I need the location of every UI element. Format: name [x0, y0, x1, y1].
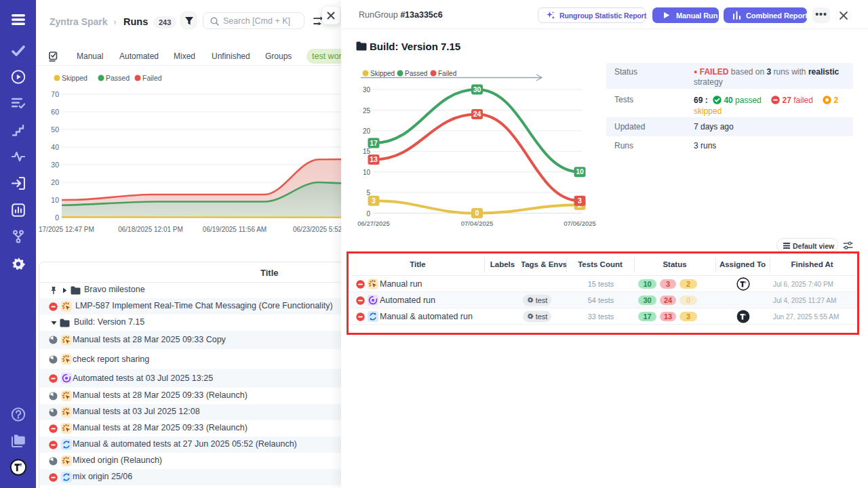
svg-text:Skipped: Skipped	[370, 70, 395, 77]
svg-text:30: 30	[363, 86, 371, 94]
svg-text:13: 13	[370, 155, 378, 163]
svg-text:06/27/2025: 06/27/2025	[357, 220, 390, 227]
svg-text:06/19/2025 11:56 AM: 06/19/2025 11:56 AM	[203, 226, 267, 233]
svg-text:Skipped: Skipped	[62, 74, 87, 82]
svg-text:10: 10	[363, 169, 371, 176]
svg-text:30: 30	[473, 85, 481, 94]
svg-text:24: 24	[473, 110, 481, 118]
svg-text:17/2025 12:47 PM: 17/2025 12:47 PM	[39, 226, 94, 233]
svg-text:15: 15	[363, 148, 371, 155]
svg-text:10: 10	[576, 167, 584, 176]
svg-text:Failed: Failed	[142, 74, 162, 82]
svg-text:3: 3	[578, 197, 582, 205]
svg-text:25: 25	[363, 107, 371, 115]
svg-text:06/18/2025 12:01 PM: 06/18/2025 12:01 PM	[118, 226, 183, 233]
svg-text:06/23/2025 5:52 PM: 06/23/2025 5:52 PM	[293, 226, 341, 233]
svg-text:70: 70	[51, 90, 59, 98]
svg-text:3: 3	[372, 197, 376, 205]
svg-text:10: 10	[51, 196, 59, 204]
svg-text:17: 17	[370, 139, 378, 147]
svg-text:5: 5	[366, 189, 370, 197]
svg-text:20: 20	[51, 178, 59, 186]
svg-text:60: 60	[51, 108, 59, 116]
svg-text:07/06/2025: 07/06/2025	[564, 220, 596, 227]
svg-text:Passed: Passed	[106, 74, 130, 82]
svg-text:30: 30	[51, 161, 59, 169]
svg-text:Passed: Passed	[405, 70, 427, 77]
svg-text:0: 0	[55, 214, 59, 222]
svg-text:Failed: Failed	[438, 70, 456, 77]
svg-text:07/04/2025: 07/04/2025	[461, 220, 494, 227]
svg-text:0: 0	[366, 210, 370, 218]
svg-text:50: 50	[51, 125, 59, 134]
svg-text:40: 40	[51, 143, 59, 151]
svg-text:20: 20	[363, 127, 371, 135]
svg-text:0: 0	[475, 209, 479, 217]
